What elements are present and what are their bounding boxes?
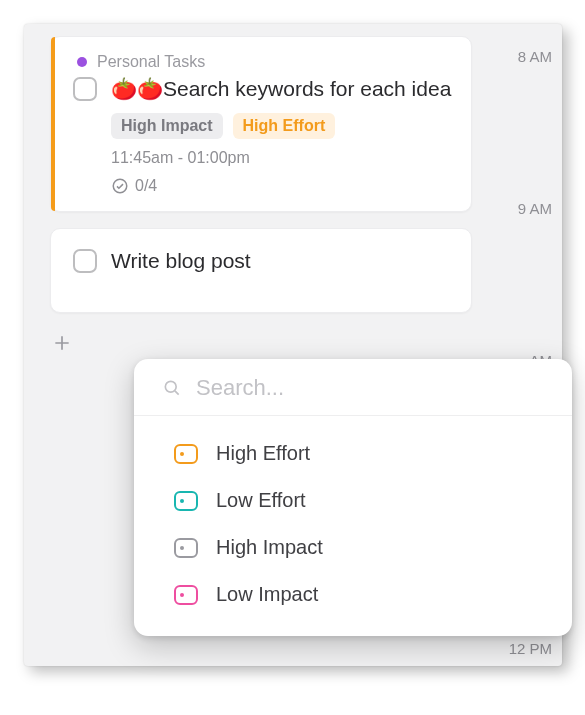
task-list: Personal Tasks 🍅🍅Search keywords for eac… (50, 36, 472, 357)
tomato-icon: 🍅🍅 (111, 75, 163, 103)
calendar-panel: 8 AM 9 AM AM AM 12 PM Personal Tasks 🍅🍅S… (24, 24, 562, 666)
task-title: 🍅🍅Search keywords for each idea (111, 75, 451, 103)
task-title: Write blog post (111, 247, 251, 275)
tag-option-high-effort[interactable]: High Effort (134, 430, 572, 477)
add-task-button[interactable] (50, 329, 472, 357)
task-time-range: 11:45am - 01:00pm (111, 149, 453, 167)
tag-option-label: Low Effort (216, 489, 306, 512)
tag-option-high-impact[interactable]: High Impact (134, 524, 572, 571)
task-subtasks[interactable]: 0/4 (111, 177, 453, 195)
tag-option-low-effort[interactable]: Low Effort (134, 477, 572, 524)
task-checkbox[interactable] (73, 249, 97, 273)
task-tags: High Impact High Effort (111, 113, 453, 139)
search-icon (162, 378, 182, 398)
tag-search-row (134, 359, 572, 416)
task-checkbox[interactable] (73, 77, 97, 101)
plus-icon (52, 333, 72, 353)
category-dot-icon (77, 57, 87, 67)
tag-search-input[interactable] (196, 375, 552, 401)
task-card[interactable]: Write blog post (50, 228, 472, 312)
tag-high-effort[interactable]: High Effort (233, 113, 336, 139)
tag-option-low-impact[interactable]: Low Impact (134, 571, 572, 618)
tag-picker-popover: High Effort Low Effort High Impact Low I… (134, 359, 572, 636)
tag-icon (174, 444, 198, 464)
svg-point-1 (165, 381, 176, 392)
time-label: 9 AM (518, 200, 552, 217)
time-label: 12 PM (509, 640, 552, 657)
tag-high-impact[interactable]: High Impact (111, 113, 223, 139)
tag-option-label: High Effort (216, 442, 310, 465)
task-title-text: Write blog post (111, 249, 251, 272)
subtask-count: 0/4 (135, 177, 157, 195)
task-card[interactable]: Personal Tasks 🍅🍅Search keywords for eac… (50, 36, 472, 212)
tag-option-label: Low Impact (216, 583, 318, 606)
tag-icon (174, 491, 198, 511)
tag-options: High Effort Low Effort High Impact Low I… (134, 416, 572, 636)
svg-point-0 (113, 180, 127, 194)
task-category: Personal Tasks (77, 53, 453, 71)
tag-icon (174, 538, 198, 558)
tag-icon (174, 585, 198, 605)
time-label: 8 AM (518, 48, 552, 65)
task-title-text: Search keywords for each idea (163, 77, 451, 100)
category-label: Personal Tasks (97, 53, 205, 71)
tag-option-label: High Impact (216, 536, 323, 559)
checklist-icon (111, 177, 129, 195)
